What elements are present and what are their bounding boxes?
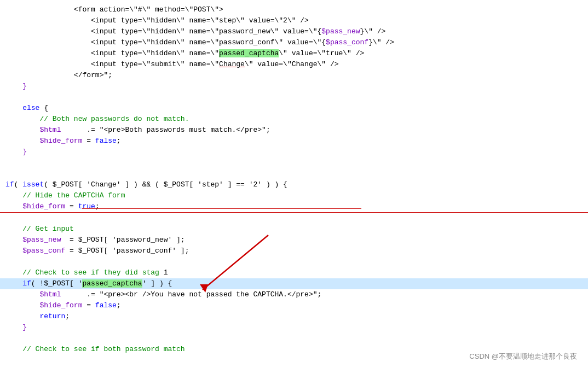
code-line: <input type=\"hidden\" name=\"password_n… <box>0 26 588 37</box>
code-line: $html .= "<pre>Both passwords must match… <box>0 125 588 136</box>
code-line: $pass_new = $_POST[ 'password_new' ]; <box>0 235 588 246</box>
code-line <box>0 333 588 344</box>
code-line: // Both new passwords do not match. <box>0 114 588 125</box>
code-line: return; <box>0 311 588 322</box>
watermark: CSDN @不要温顺地走进那个良夜 <box>469 352 577 361</box>
code-line: <input type=\"submit\" name=\"Change\" v… <box>0 59 588 70</box>
code-line: <input type=\"hidden\" name=\"step\" val… <box>0 15 588 26</box>
code-line: // Hide the CAPTCHA form <box>0 190 588 201</box>
code-line: $pass_conf = $_POST[ 'password_conf' ]; <box>0 246 588 256</box>
code-line: else { <box>0 103 588 114</box>
code-line <box>0 256 588 267</box>
code-line: $html .= "<pre><br />You have not passed… <box>0 289 588 300</box>
code-editor: <form action=\"#\" method=\"POST\"> <inp… <box>0 0 588 368</box>
code-line: } <box>0 322 588 333</box>
code-line: <input type=\"hidden\" name=\"passed_cap… <box>0 48 588 59</box>
code-line: if( isset( $_POST[ 'Change' ] ) && ( $_P… <box>0 179 588 190</box>
code-line: $hide_form = false; <box>0 300 588 311</box>
code-line: } <box>0 147 588 157</box>
code-line: } <box>0 81 588 92</box>
code-line: </form>"; <box>0 70 588 81</box>
code-line <box>0 168 588 179</box>
code-line: $hide_form = true; <box>0 201 588 213</box>
code-line: $hide_form = false; <box>0 136 588 147</box>
code-line: // Check to see if they did stag 1 <box>0 267 588 278</box>
code-line: if( !$_POST[ 'passed_captcha' ] ) { <box>0 278 588 289</box>
code-line <box>0 92 588 103</box>
code-line <box>0 213 588 224</box>
code-lines: <form action=\"#\" method=\"POST\"> <inp… <box>0 4 588 355</box>
code-line: // Get input <box>0 224 588 235</box>
code-line: <form action=\"#\" method=\"POST\"> <box>0 4 588 15</box>
code-line <box>0 157 588 168</box>
code-line: <input type=\"hidden\" name=\"password_c… <box>0 37 588 48</box>
